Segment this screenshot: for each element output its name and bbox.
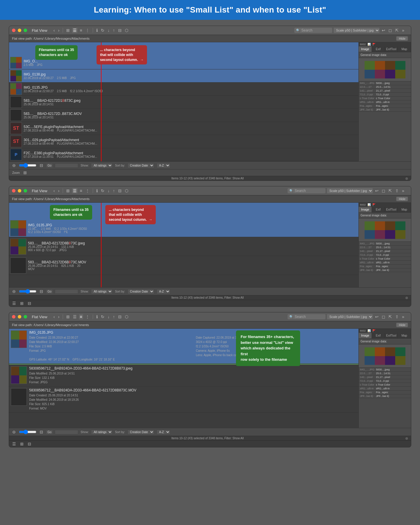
- nav-forward-icon[interactable]: ›: [57, 28, 60, 33]
- grid2-icon-2[interactable]: ⊞: [19, 301, 24, 306]
- tab-exiftool-2[interactable]: ExifTool: [385, 207, 398, 212]
- import-icon-3[interactable]: ↓: [107, 314, 111, 319]
- hide-btn-2[interactable]: Hide: [396, 197, 408, 201]
- scale-selector-2[interactable]: Scale p50 | Subfolder | jpg: [327, 188, 373, 193]
- zoom-slider-2[interactable]: [19, 288, 36, 294]
- view-grid-icon[interactable]: ⊞: [65, 28, 71, 33]
- app-icon-3[interactable]: ⊟: [27, 441, 32, 447]
- thumb-view-icon-3[interactable]: ⊟: [39, 429, 44, 435]
- view-smalllist-icon-2[interactable]: ☰: [72, 188, 78, 193]
- thumb-view-icon-1[interactable]: ⊟: [39, 163, 44, 168]
- show-select-2[interactable]: All ratings: [91, 289, 113, 294]
- info-icon[interactable]: ℹ: [95, 28, 99, 33]
- order-select-3[interactable]: A-Z: [157, 430, 170, 435]
- list-item[interactable]: IMG_0135.JPG Date Created: 22.06.2019 at…: [9, 329, 358, 364]
- rotate-icon[interactable]: ↻: [100, 28, 105, 33]
- sort-select-2[interactable]: Creation Date: [127, 289, 154, 294]
- list-item[interactable]: 58308596712__BAB924DA-2D33-4664-BBAD-621…: [9, 386, 358, 413]
- thumb-view-icon-2[interactable]: ⊟: [39, 289, 44, 294]
- grid2-icon-3[interactable]: ⊞: [19, 441, 24, 447]
- tab-image-3[interactable]: Image: [359, 333, 372, 338]
- view-detail-icon[interactable]: ⋮: [85, 28, 90, 33]
- view-list-icon[interactable]: ≡: [79, 28, 83, 33]
- tab-exiftool-3[interactable]: ExifTool: [385, 333, 398, 338]
- table-row[interactable]: ST 53C....5EFE.plugInPayloadAttachment 2…: [9, 122, 358, 135]
- nav-back-icon[interactable]: ‹: [52, 28, 56, 33]
- view-grid-icon-3[interactable]: ⊞: [65, 314, 71, 319]
- app-icon-2[interactable]: ⊟: [27, 301, 32, 306]
- tab-image-2[interactable]: Image: [359, 207, 372, 212]
- search-input-3[interactable]: [295, 315, 324, 319]
- zoom-slider-1[interactable]: [19, 162, 36, 168]
- export-icon-2[interactable]: ↑: [112, 188, 116, 193]
- window-icon-1[interactable]: ◻: [388, 28, 393, 33]
- grid-icon-1[interactable]: ⊞: [22, 170, 28, 175]
- zoom-slider-3[interactable]: [19, 429, 36, 435]
- search-input-1[interactable]: [301, 28, 330, 32]
- tab-image-1[interactable]: Image: [359, 46, 372, 52]
- arrow-icon-1[interactable]: ↩: [381, 28, 386, 33]
- nav-back-icon-2[interactable]: ‹: [52, 188, 56, 193]
- export-icon-3[interactable]: ↑: [112, 314, 116, 319]
- expand-icon-2[interactable]: ⇧: [394, 188, 400, 193]
- close-btn-1[interactable]: [12, 29, 15, 32]
- order-select-1[interactable]: A-Z: [157, 163, 170, 168]
- close-btn-3[interactable]: [12, 315, 15, 318]
- scale-selector-1[interactable]: Scale p50 | Subfolder | jpg: [334, 28, 379, 33]
- table-row[interactable]: 583....__BBAD-62172D8B873C.jpeg 25.06.20…: [9, 237, 358, 256]
- hide-btn-3[interactable]: Hide: [396, 323, 408, 327]
- share-icon-3[interactable]: ⬡: [124, 314, 129, 319]
- rotate-icon-3[interactable]: ↻: [100, 314, 105, 319]
- view-detail-icon-3[interactable]: ⋮: [85, 314, 90, 319]
- minimize-btn-1[interactable]: [18, 29, 21, 32]
- info-icon-3[interactable]: ℹ: [95, 314, 99, 319]
- filter-input-1[interactable]: [55, 163, 78, 168]
- table-row[interactable]: 583....__BBAD-62172D1B873C.jpeg 25.06.20…: [9, 96, 358, 109]
- tab-exif-2[interactable]: Exif: [372, 207, 385, 212]
- zoom-icon-2[interactable]: ⊖: [11, 289, 17, 294]
- order-select-2[interactable]: A-Z: [157, 289, 170, 294]
- fullscreen-icon-3[interactable]: ⇱: [388, 314, 393, 319]
- maximize-btn-2[interactable]: [24, 189, 27, 192]
- show-select-3[interactable]: All ratings: [91, 430, 113, 435]
- tab-exif-3[interactable]: Exif: [372, 333, 385, 338]
- fullscreen-icon-1[interactable]: ⇱: [394, 28, 400, 33]
- table-row[interactable]: 583....__BBAD-62172D..B873C.MOV 25.06.20…: [9, 109, 358, 122]
- table-row[interactable]: P F2C....E380.plugInPayloadAttachment 07…: [9, 148, 358, 161]
- sort-select-3[interactable]: Creation Date: [127, 430, 154, 435]
- layout-icon[interactable]: ⊟: [117, 28, 123, 33]
- show-select-1[interactable]: All ratings: [91, 163, 113, 168]
- view-list-icon-2[interactable]: ≡: [79, 188, 83, 193]
- more-icon-1[interactable]: »: [401, 28, 405, 33]
- tab-map-2[interactable]: Map: [398, 207, 411, 212]
- arrow-icon-3[interactable]: ↩: [374, 314, 379, 319]
- tab-exiftool-1[interactable]: ExifTool: [385, 46, 398, 52]
- view-list-icon-3[interactable]: ≡: [79, 314, 83, 319]
- info-icon-2[interactable]: ℹ: [95, 188, 99, 193]
- close-btn-2[interactable]: [12, 189, 15, 192]
- table-row[interactable]: IMG_0135.JPG 22.06.2019 at 22:00:27 2.5 …: [9, 83, 358, 96]
- view-detail-icon-2[interactable]: ⋮: [85, 188, 90, 193]
- tab-exif-1[interactable]: Exif: [372, 46, 385, 52]
- zoom-icon-1[interactable]: ⊖: [11, 163, 17, 168]
- view-grid-icon-2[interactable]: ⊞: [65, 188, 71, 193]
- sort-select-1[interactable]: Creation Date: [127, 163, 154, 168]
- nav-forward-icon-2[interactable]: ›: [57, 188, 60, 193]
- share-icon[interactable]: ⬡: [124, 28, 129, 33]
- tab-map-3[interactable]: Map: [398, 333, 411, 338]
- filter-input-2[interactable]: [55, 289, 78, 294]
- expand-icon-3[interactable]: ⇧: [394, 314, 400, 319]
- share-icon-2[interactable]: ⬡: [124, 188, 129, 193]
- menu-icon-2[interactable]: ☰: [11, 301, 17, 306]
- layout-icon-2[interactable]: ⊟: [117, 188, 123, 193]
- scale-selector-3[interactable]: Scale p50 | Subfolder | jpg: [327, 314, 373, 319]
- search-input-2[interactable]: [295, 189, 324, 193]
- rotate-icon-2[interactable]: ↻: [100, 188, 105, 193]
- export-icon[interactable]: ↑: [112, 28, 116, 33]
- hide-btn-1[interactable]: Hide: [396, 36, 408, 41]
- fullscreen-icon-2[interactable]: ⇱: [388, 188, 393, 193]
- arrow-icon-2[interactable]: ↩: [374, 188, 379, 193]
- filter-input-3[interactable]: [55, 430, 78, 434]
- table-row[interactable]: ST 301...029.plugInPayloadAttachment 27.…: [9, 135, 358, 148]
- window-icon-2[interactable]: ◻: [381, 188, 386, 193]
